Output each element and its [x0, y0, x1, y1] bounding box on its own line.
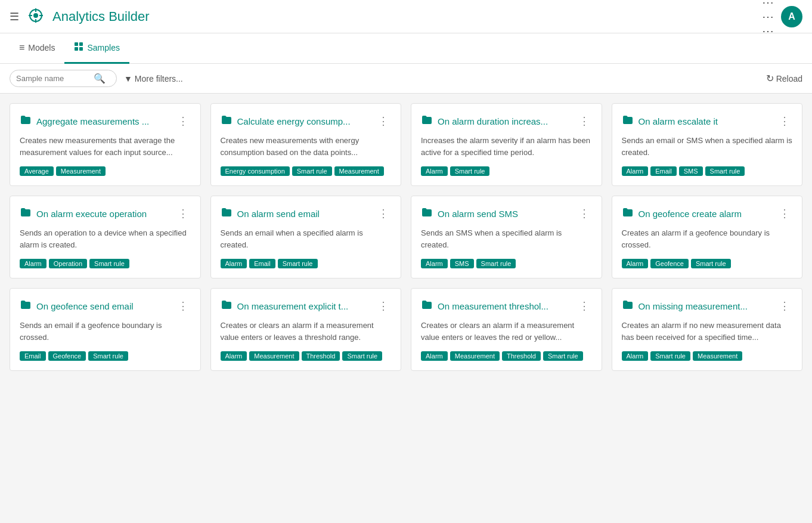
card-tag: Email — [650, 166, 677, 176]
card-tag: Alarm — [622, 259, 649, 268]
card-tag: Geofence — [650, 259, 689, 268]
user-avatar[interactable]: A — [781, 6, 802, 27]
grid-apps-icon[interactable]: ⋯⋯⋯ — [762, 0, 774, 38]
card-tag: Smart rule — [278, 259, 318, 268]
card-tag: Smart rule — [650, 351, 690, 361]
card-tag: Average — [20, 166, 54, 176]
app-title: Analytics Builder — [52, 9, 150, 24]
folder-icon — [421, 114, 433, 129]
card-item: On measurement threshol... ⋮ Creates or … — [411, 288, 602, 371]
card-menu-icon[interactable]: ⋮ — [376, 113, 391, 129]
card-header: On alarm duration increas... ⋮ — [421, 113, 592, 129]
card-tags: AlarmSmart rule — [421, 166, 592, 176]
card-title-row: On geofence create alarm — [622, 206, 777, 221]
folder-icon — [20, 299, 32, 314]
card-tag: Smart rule — [450, 166, 490, 176]
more-filters-label: More filters... — [135, 74, 183, 83]
card-tag: Email — [249, 259, 275, 268]
card-menu-icon[interactable]: ⋮ — [175, 298, 191, 314]
tab-models-label: Models — [28, 43, 55, 52]
card-menu-icon[interactable]: ⋮ — [577, 113, 592, 129]
card-title[interactable]: On alarm send SMS — [438, 209, 518, 219]
card-header: On alarm execute operation ⋮ — [20, 206, 191, 221]
card-description: Creates an alarm if no new measurement d… — [622, 320, 793, 343]
card-item: On geofence create alarm ⋮ Creates an al… — [612, 196, 803, 278]
card-tags: AverageMeasurement — [20, 166, 191, 176]
card-title[interactable]: On alarm send email — [237, 209, 320, 219]
card-item: On alarm escalate it ⋮ Sends an email or… — [612, 103, 803, 186]
card-tag: Smart rule — [88, 351, 128, 361]
card-menu-icon[interactable]: ⋮ — [376, 206, 391, 221]
cards-grid: Aggregate measurements ... ⋮ Creates new… — [0, 94, 812, 380]
reload-button[interactable]: ↻ Reload — [766, 73, 802, 84]
card-tag: Smart rule — [476, 259, 516, 268]
card-title[interactable]: On alarm escalate it — [639, 116, 718, 126]
card-tag: SMS — [450, 259, 474, 268]
card-title[interactable]: Aggregate measurements ... — [36, 116, 149, 126]
card-tags: AlarmOperationSmart rule — [20, 259, 191, 268]
card-title[interactable]: On geofence create alarm — [639, 209, 742, 219]
svg-rect-6 — [75, 42, 78, 46]
card-title[interactable]: On alarm execute operation — [36, 209, 147, 219]
card-tag: Measurement — [450, 351, 500, 361]
search-box[interactable]: 🔍 — [10, 70, 117, 87]
search-icon[interactable]: 🔍 — [94, 73, 106, 84]
card-title-row: On geofence send email — [20, 299, 175, 314]
card-menu-icon[interactable]: ⋮ — [777, 206, 792, 221]
card-menu-icon[interactable]: ⋮ — [777, 113, 792, 129]
svg-rect-7 — [79, 42, 83, 46]
card-tag: Alarm — [221, 351, 247, 361]
svg-rect-9 — [79, 47, 83, 51]
card-tag: Measurement — [56, 166, 106, 176]
tab-models[interactable]: ≡ Models — [10, 34, 64, 63]
card-title[interactable]: Calculate energy consump... — [237, 116, 351, 126]
card-title-row: Aggregate measurements ... — [20, 114, 175, 129]
card-title[interactable]: On alarm duration increas... — [438, 116, 548, 126]
filters-bar: 🔍 ▼ More filters... ↻ Reload — [0, 64, 812, 94]
card-title[interactable]: On geofence send email — [36, 301, 134, 311]
card-tag: Alarm — [622, 166, 649, 176]
more-filters-button[interactable]: ▼ More filters... — [124, 74, 183, 83]
card-menu-icon[interactable]: ⋮ — [577, 206, 592, 221]
card-title[interactable]: On measurement explicit t... — [237, 301, 349, 311]
folder-icon — [20, 114, 32, 129]
card-title[interactable]: On missing measurement... — [639, 301, 748, 311]
card-description: Creates or clears an alarm if a measurem… — [421, 320, 592, 343]
svg-point-1 — [33, 13, 38, 18]
card-header: Calculate energy consump... ⋮ — [221, 113, 392, 129]
card-tag: Smart rule — [691, 259, 731, 268]
card-menu-icon[interactable]: ⋮ — [175, 206, 191, 221]
card-menu-icon[interactable]: ⋮ — [376, 298, 391, 314]
card-title-row: On alarm send email — [221, 206, 376, 221]
card-menu-icon[interactable]: ⋮ — [777, 298, 792, 314]
card-tags: AlarmEmailSmart rule — [221, 259, 392, 268]
card-menu-icon[interactable]: ⋮ — [175, 113, 191, 129]
card-description: Creates new measurements with energy con… — [221, 135, 392, 158]
card-header: On alarm send SMS ⋮ — [421, 206, 592, 221]
card-item: On measurement explicit t... ⋮ Creates o… — [210, 288, 402, 371]
folder-icon — [622, 114, 634, 129]
folder-icon — [221, 206, 233, 221]
filter-icon: ▼ — [124, 74, 132, 83]
folder-icon — [622, 206, 634, 221]
card-description: Increases the alarm severity if an alarm… — [421, 135, 592, 158]
card-tag: Smart rule — [705, 166, 745, 176]
card-title[interactable]: On measurement threshol... — [438, 301, 548, 311]
card-tags: Energy consumptionSmart ruleMeasurement — [221, 166, 392, 176]
tab-samples[interactable]: Samples — [64, 33, 129, 64]
folder-icon — [221, 114, 233, 129]
card-header: Aggregate measurements ... ⋮ — [20, 113, 191, 129]
card-header: On alarm send email ⋮ — [221, 206, 392, 221]
card-menu-icon[interactable]: ⋮ — [577, 298, 592, 314]
hamburger-menu-icon[interactable]: ☰ — [10, 10, 19, 23]
tabs-bar: ≡ Models Samples — [0, 33, 812, 64]
card-header: On alarm escalate it ⋮ — [622, 113, 793, 129]
search-input[interactable] — [16, 74, 94, 83]
card-item: On missing measurement... ⋮ Creates an a… — [612, 288, 803, 371]
card-tag: Alarm — [421, 166, 448, 176]
card-item: Aggregate measurements ... ⋮ Creates new… — [10, 103, 201, 186]
tab-samples-label: Samples — [87, 43, 119, 52]
card-tag: Geofence — [48, 351, 86, 361]
card-tag: Threshold — [302, 351, 340, 361]
card-description: Creates new measurements that average th… — [20, 135, 191, 158]
